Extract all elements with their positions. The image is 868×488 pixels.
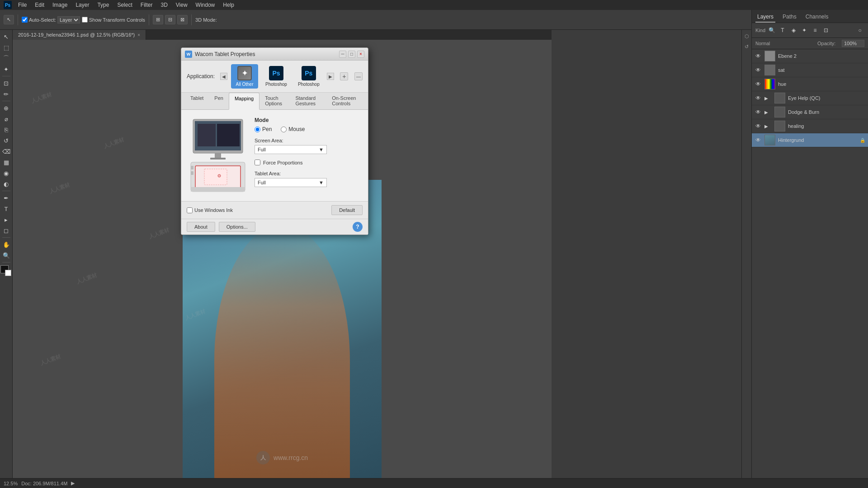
menu-edit[interactable]: Edit [31, 1, 48, 9]
eraser-tool[interactable]: ⌫ [1, 146, 11, 156]
tab-channels[interactable]: Channels [804, 12, 830, 23]
lasso-tool[interactable]: ⌒ [1, 53, 11, 63]
layer-hintergrund[interactable]: 👁 Hintergrund 🔒 [752, 133, 868, 147]
layer-vis-sat[interactable]: 👁 [755, 66, 762, 74]
force-proportions-row[interactable]: Force Proportions [255, 160, 361, 165]
force-proportions-checkbox[interactable] [255, 160, 260, 165]
menu-filter[interactable]: Filter [137, 1, 156, 9]
app-icon-photoshop1[interactable]: Ps Photoshop [262, 64, 291, 89]
menu-window[interactable]: Window [192, 1, 219, 9]
show-transform-input[interactable] [82, 17, 88, 23]
auto-select-input[interactable] [22, 17, 28, 23]
background-color[interactable] [5, 270, 11, 276]
layer-vis-hue[interactable]: 👁 [755, 80, 762, 88]
magic-wand-tool[interactable]: ✦ [1, 64, 11, 74]
windows-ink-checkbox[interactable] [187, 207, 193, 213]
menu-help[interactable]: Help [219, 1, 238, 9]
help-btn[interactable]: ? [353, 222, 363, 232]
filter-attr-icon[interactable]: ⊡ [821, 26, 830, 35]
about-btn[interactable]: About [187, 222, 215, 232]
align-right-btn[interactable]: ⊠ [177, 15, 188, 24]
status-arrow[interactable]: ▶ [71, 480, 75, 486]
layer-sat[interactable]: 👁 sat [752, 63, 868, 77]
mini-style-icon[interactable]: ⬡ [744, 33, 750, 40]
app-icon-all-other[interactable]: ✦ All Other [231, 64, 258, 89]
search-icon[interactable]: 🔍 [767, 26, 776, 35]
close-tab-btn[interactable]: × [137, 33, 140, 38]
app-icon-photoshop2[interactable]: Ps Photoshop [294, 64, 323, 89]
opacity-value[interactable]: 100% [842, 40, 864, 47]
layer-vis-healing[interactable]: 👁 [755, 122, 762, 130]
wacom-tab-pen[interactable]: Pen [209, 93, 229, 110]
layer-ebene2[interactable]: 👁 Ebene 2 [752, 49, 868, 63]
app-add-btn[interactable]: + [340, 72, 348, 80]
crop-tool[interactable]: ⊡ [1, 78, 11, 88]
layer-dodge-burn[interactable]: 👁 ▶ Dodge & Burn [752, 105, 868, 119]
layer-select[interactable]: Layer [57, 16, 80, 23]
document-tab[interactable]: 2016-12-19_helena23946 1.psd @ 12.5% (RG… [13, 30, 146, 40]
hand-tool[interactable]: ✋ [1, 239, 11, 249]
options-btn[interactable]: Options... [219, 222, 255, 232]
path-select-tool[interactable]: ▸ [1, 215, 11, 225]
marquee-tool[interactable]: ⬚ [1, 42, 11, 52]
menu-select[interactable]: Select [113, 1, 136, 9]
move-tool[interactable]: ↖ [1, 32, 11, 42]
pen-tool[interactable]: ✒ [1, 193, 11, 203]
show-transform-checkbox[interactable]: Show Transform Controls [82, 17, 145, 23]
filter-effect-icon[interactable]: ✦ [800, 26, 809, 35]
mode-mouse-radio[interactable] [281, 127, 287, 132]
menu-3d[interactable]: 3D [157, 1, 171, 9]
blur-tool[interactable]: ◉ [1, 168, 11, 178]
wacom-tab-onscreen[interactable]: On-Screen Controls [326, 93, 364, 110]
app-remove-btn[interactable]: — [354, 72, 363, 80]
app-nav-prev[interactable]: ◀ [220, 73, 227, 80]
screen-area-select[interactable]: Full ▼ [255, 145, 327, 154]
auto-select-checkbox[interactable]: Auto-Select: Layer [22, 16, 80, 23]
layer-healing[interactable]: 👁 ▶ healing [752, 119, 868, 133]
wacom-tab-gestures[interactable]: Standard Gestures [290, 93, 326, 110]
filter-mode-icon[interactable]: ≡ [811, 26, 820, 35]
dodge-tool[interactable]: ◐ [1, 179, 11, 189]
default-btn[interactable]: Default [331, 205, 363, 215]
color-swatches[interactable] [0, 265, 12, 277]
history-brush-tool[interactable]: ↺ [1, 136, 11, 145]
brush-tool[interactable]: ⌀ [1, 114, 11, 124]
layer-vis-ebene2[interactable]: 👁 [755, 52, 762, 60]
wacom-close-btn[interactable]: × [357, 51, 364, 58]
tab-paths[interactable]: Paths [781, 12, 798, 23]
layer-eye-help[interactable]: 👁 ▶ Eye Help (QC) [752, 91, 868, 105]
eyedropper-tool[interactable]: ✏ [1, 89, 11, 99]
mode-pen-option[interactable]: Pen [255, 126, 272, 132]
wacom-tab-mapping[interactable]: Mapping [229, 93, 259, 110]
windows-ink-row[interactable]: Use Windows Ink [187, 207, 233, 213]
tablet-area-select[interactable]: Full ▼ [255, 178, 327, 187]
align-center-btn[interactable]: ⊟ [165, 15, 175, 24]
wacom-restore-btn[interactable]: □ [348, 51, 355, 58]
filter-adjust-icon[interactable]: ◈ [789, 26, 798, 35]
mode-mouse-option[interactable]: Mouse [281, 126, 305, 132]
wacom-minimize-btn[interactable]: ─ [339, 51, 346, 58]
wacom-tab-tablet[interactable]: Tablet [185, 93, 209, 110]
clone-stamp-tool[interactable]: ⎘ [1, 125, 11, 135]
layer-vis-eye-help[interactable]: 👁 [755, 94, 762, 102]
layer-vis-dodge-burn[interactable]: 👁 [755, 108, 762, 116]
tool-arrow-btn[interactable]: ↖ [4, 15, 14, 24]
menu-view[interactable]: View [172, 1, 191, 9]
shape-tool[interactable]: ◻ [1, 225, 11, 235]
menu-file[interactable]: File [14, 1, 30, 9]
gradient-tool[interactable]: ▦ [1, 157, 11, 167]
mode-pen-radio[interactable] [255, 127, 260, 132]
healing-brush-tool[interactable]: ⊕ [1, 103, 11, 113]
app-nav-next[interactable]: ▶ [327, 73, 334, 80]
mini-history-icon[interactable]: ↺ [744, 43, 750, 51]
align-left-btn[interactable]: ⊞ [153, 15, 163, 24]
layer-vis-hintergrund[interactable]: 👁 [755, 136, 762, 144]
wacom-tab-touch[interactable]: Touch Options [259, 93, 290, 110]
zoom-tool[interactable]: 🔍 [1, 250, 11, 260]
menu-type[interactable]: Type [94, 1, 113, 9]
filter-toggle-icon[interactable]: ○ [855, 26, 864, 35]
filter-type-icon[interactable]: T [778, 26, 787, 35]
layer-hue[interactable]: 👁 hue [752, 77, 868, 91]
tab-layers[interactable]: Layers [755, 12, 775, 23]
type-tool[interactable]: T [1, 204, 11, 214]
